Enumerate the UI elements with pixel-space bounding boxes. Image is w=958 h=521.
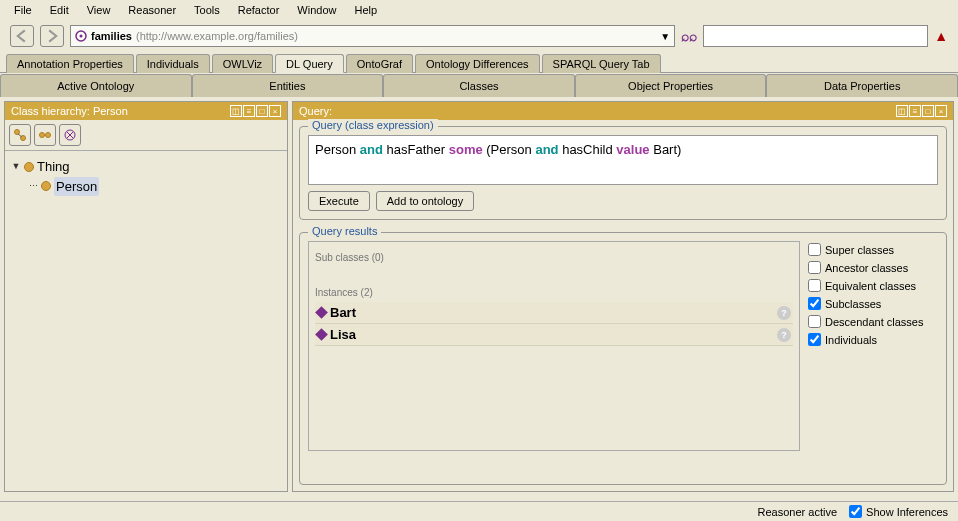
option-label: Subclasses (825, 298, 881, 310)
sub-tabs: Annotation Properties Individuals OWLViz… (0, 53, 958, 73)
query-expression-fieldset: Query (class expression) Person and hasF… (299, 126, 947, 220)
tree-node-thing[interactable]: ▼ Thing (11, 157, 281, 177)
class-icon (24, 162, 34, 172)
option-individuals[interactable]: Individuals (808, 333, 938, 346)
panel-max-icon[interactable]: □ (922, 105, 934, 117)
search-icon[interactable]: ⌕⌕ (681, 28, 697, 44)
menu-window[interactable]: Window (289, 2, 344, 18)
tab-annotation-properties[interactable]: Annotation Properties (6, 54, 134, 73)
add-sibling-icon (38, 128, 52, 142)
add-sibling-button-2[interactable] (34, 124, 56, 146)
option-descendant-classes[interactable]: Descendant classes (808, 315, 938, 328)
menu-file[interactable]: File (6, 2, 40, 18)
panel-pin-icon[interactable]: ◫ (896, 105, 908, 117)
tab-owlviz[interactable]: OWLViz (212, 54, 273, 73)
tree-label-thing: Thing (37, 157, 70, 177)
tab-entities[interactable]: Entities (192, 74, 384, 97)
tree-node-person[interactable]: ⋯ Person (11, 177, 281, 197)
ontology-uri: (http://www.example.org/families) (136, 30, 298, 42)
instances-section-label: Instances (2) (315, 287, 793, 298)
menu-view[interactable]: View (79, 2, 119, 18)
option-label: Individuals (825, 334, 877, 346)
show-inferences-label: Show Inferences (866, 506, 948, 518)
ontology-selector[interactable]: families (http://www.example.org/familie… (70, 25, 675, 47)
tab-data-properties[interactable]: Data Properties (766, 74, 958, 97)
option-checkbox[interactable] (808, 243, 821, 256)
panel-controls: ◫ ≡ □ × (896, 105, 947, 117)
option-label: Ancestor classes (825, 262, 908, 274)
option-subclasses[interactable]: Subclasses (808, 297, 938, 310)
result-item-bart[interactable]: Bart ? (315, 302, 793, 324)
option-ancestor-classes[interactable]: Ancestor classes (808, 261, 938, 274)
query-expression-label: Query (class expression) (308, 119, 438, 131)
nav-forward-button[interactable] (40, 25, 64, 47)
main-tabs: Active Ontology Entities Classes Object … (0, 73, 958, 97)
tab-ontograf[interactable]: OntoGraf (346, 54, 413, 73)
menu-help[interactable]: Help (346, 2, 385, 18)
panel-menu-icon[interactable]: ≡ (243, 105, 255, 117)
tree-label-person: Person (54, 177, 99, 197)
results-list[interactable]: Sub classes (0) Instances (2) Bart ? Lis… (308, 241, 800, 451)
class-hierarchy-title: Class hierarchy: Person (11, 105, 128, 117)
tab-dl-query[interactable]: DL Query (275, 54, 344, 73)
option-checkbox[interactable] (808, 315, 821, 328)
individual-icon (315, 328, 328, 341)
menubar: File Edit View Reasoner Tools Refactor W… (0, 0, 958, 20)
leaf-indent: ⋯ (28, 180, 38, 194)
result-label: Lisa (330, 327, 356, 342)
tab-ontology-differences[interactable]: Ontology Differences (415, 54, 540, 73)
class-tree[interactable]: ▼ Thing ⋯ Person (5, 151, 287, 202)
tab-object-properties[interactable]: Object Properties (575, 74, 767, 97)
panel-close-icon[interactable]: × (935, 105, 947, 117)
panel-close-icon[interactable]: × (269, 105, 281, 117)
tab-active-ontology[interactable]: Active Ontology (0, 74, 192, 97)
panel-pin-icon[interactable]: ◫ (230, 105, 242, 117)
panel-menu-icon[interactable]: ≡ (909, 105, 921, 117)
option-checkbox[interactable] (808, 279, 821, 292)
results-options: Super classesAncestor classesEquivalent … (808, 241, 938, 451)
expand-toggle[interactable]: ▼ (11, 160, 21, 174)
option-checkbox[interactable] (808, 297, 821, 310)
search-input[interactable] (703, 25, 928, 47)
add-to-ontology-button[interactable]: Add to ontology (376, 191, 474, 211)
result-item-lisa[interactable]: Lisa ? (315, 324, 793, 346)
class-icon (41, 181, 51, 191)
warning-icon[interactable]: ▲ (934, 28, 948, 44)
reasoner-status: Reasoner active (758, 506, 838, 518)
hierarchy-toolbar (5, 120, 287, 151)
tab-sparql[interactable]: SPARQL Query Tab (542, 54, 661, 73)
query-results-fieldset: Query results Sub classes (0) Instances … (299, 232, 947, 485)
option-equivalent-classes[interactable]: Equivalent classes (808, 279, 938, 292)
menu-tools[interactable]: Tools (186, 2, 228, 18)
tab-classes[interactable]: Classes (383, 74, 575, 97)
execute-button[interactable]: Execute (308, 191, 370, 211)
svg-point-5 (46, 133, 51, 138)
show-inferences-checkbox[interactable] (849, 505, 862, 518)
option-super-classes[interactable]: Super classes (808, 243, 938, 256)
show-inferences-toggle[interactable]: Show Inferences (849, 505, 948, 518)
menu-reasoner[interactable]: Reasoner (120, 2, 184, 18)
individual-icon (315, 306, 328, 319)
option-checkbox[interactable] (808, 261, 821, 274)
tab-individuals[interactable]: Individuals (136, 54, 210, 73)
add-sibling-button[interactable] (9, 124, 31, 146)
main-area: Class hierarchy: Person ◫ ≡ □ × ▼ (0, 97, 958, 496)
panel-max-icon[interactable]: □ (256, 105, 268, 117)
option-checkbox[interactable] (808, 333, 821, 346)
query-input[interactable]: Person and hasFather some (Person and ha… (308, 135, 938, 185)
arrow-right-icon (45, 29, 59, 43)
info-icon[interactable]: ? (777, 328, 791, 342)
menu-edit[interactable]: Edit (42, 2, 77, 18)
query-panel-title: Query: (299, 105, 332, 117)
toolbar: families (http://www.example.org/familie… (0, 20, 958, 53)
query-panel-header: Query: ◫ ≡ □ × (293, 102, 953, 120)
menu-refactor[interactable]: Refactor (230, 2, 288, 18)
class-hierarchy-panel: Class hierarchy: Person ◫ ≡ □ × ▼ (4, 101, 288, 492)
query-text: Person and hasFather some (Person and ha… (315, 142, 681, 157)
ontology-name: families (91, 30, 132, 42)
nav-back-button[interactable] (10, 25, 34, 47)
info-icon[interactable]: ? (777, 306, 791, 320)
query-panel: Query: ◫ ≡ □ × Query (class expression) … (292, 101, 954, 492)
delete-class-button[interactable] (59, 124, 81, 146)
dropdown-icon: ▼ (660, 31, 670, 42)
